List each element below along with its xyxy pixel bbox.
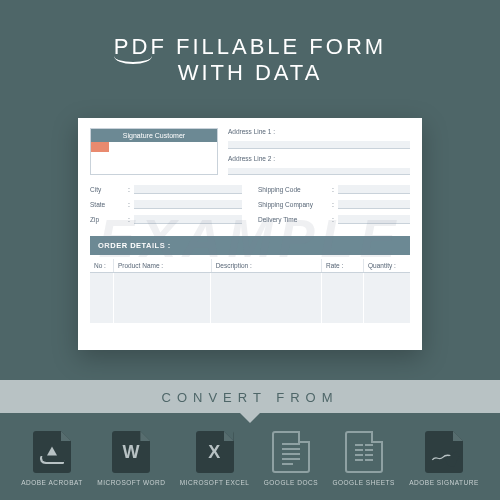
apps-row: ADOBE ACROBAT W MICROSOFT WORD X MICROSO…	[0, 413, 500, 500]
app-microsoft-excel[interactable]: X MICROSOFT EXCEL	[180, 431, 250, 486]
microsoft-word-icon: W	[112, 431, 150, 473]
convert-from-text: CONVERT FROM	[162, 390, 339, 405]
address-line-2-field: Address Line 2 :	[228, 155, 410, 162]
state-input[interactable]	[134, 200, 242, 209]
shipping-code-label: Shipping Code	[258, 186, 328, 193]
table-body[interactable]	[90, 273, 410, 323]
shipping-company-label: Shipping Company	[258, 201, 328, 208]
delivery-time-field: Delivery Time:	[258, 215, 410, 224]
adobe-signature-icon	[425, 431, 463, 473]
app-google-sheets[interactable]: GOOGLE SHEETS	[332, 431, 395, 486]
title-line-2: WITH DATA	[178, 60, 323, 85]
google-docs-icon	[272, 431, 310, 473]
address-line-1-label: Address Line 1 :	[228, 128, 288, 135]
shipping-code-input[interactable]	[338, 185, 410, 194]
app-label: GOOGLE DOCS	[264, 479, 318, 486]
app-adobe-acrobat[interactable]: ADOBE ACROBAT	[21, 431, 83, 486]
delivery-time-label: Delivery Time	[258, 216, 328, 223]
zip-input[interactable]	[134, 215, 242, 224]
col-rate: Rate :	[322, 259, 364, 272]
zip-field: Zip:	[90, 215, 242, 224]
app-label: ADOBE SIGNATURE	[409, 479, 479, 486]
shipping-code-field: Shipping Code:	[258, 185, 410, 194]
order-details-header: ORDER DETAILS :	[90, 236, 410, 255]
delivery-time-input[interactable]	[338, 215, 410, 224]
col-product: Product Name :	[114, 259, 212, 272]
col-description: Description :	[212, 259, 322, 272]
address-line-2-label: Address Line 2 :	[228, 155, 288, 162]
convert-from-label: CONVERT FROM	[0, 380, 500, 413]
signature-label: Signature Customer	[91, 129, 217, 142]
app-google-docs[interactable]: GOOGLE DOCS	[264, 431, 318, 486]
app-label: ADOBE ACROBAT	[21, 479, 83, 486]
signature-box: Signature Customer	[90, 128, 218, 175]
adobe-acrobat-icon	[33, 431, 71, 473]
title-line-1: PDF FILLABLE FORM	[114, 34, 386, 60]
google-sheets-icon	[345, 431, 383, 473]
state-field: State:	[90, 200, 242, 209]
col-no: No :	[90, 259, 114, 272]
app-label: MICROSOFT WORD	[97, 479, 165, 486]
form-preview: EXAMPLE Signature Customer Address Line …	[78, 118, 422, 350]
city-input[interactable]	[134, 185, 242, 194]
col-quantity: Quantity :	[364, 259, 410, 272]
signature-tab-icon	[91, 142, 109, 152]
state-label: State	[90, 201, 124, 208]
shipping-company-field: Shipping Company:	[258, 200, 410, 209]
app-microsoft-word[interactable]: W MICROSOFT WORD	[97, 431, 165, 486]
page-title: PDF FILLABLE FORM WITH DATA	[0, 0, 500, 87]
pointer-icon	[240, 413, 260, 423]
address-line-1-input[interactable]	[228, 141, 410, 149]
bottom-band: CONVERT FROM ADOBE ACROBAT W MICROSOFT W…	[0, 380, 500, 500]
app-adobe-signature[interactable]: ADOBE SIGNATURE	[409, 431, 479, 486]
zip-label: Zip	[90, 216, 124, 223]
app-label: MICROSOFT EXCEL	[180, 479, 250, 486]
app-label: GOOGLE SHEETS	[332, 479, 395, 486]
microsoft-excel-icon: X	[196, 431, 234, 473]
city-label: City	[90, 186, 124, 193]
address-line-1-field: Address Line 1 :	[228, 128, 410, 135]
city-field: City:	[90, 185, 242, 194]
address-line-2-input[interactable]	[228, 168, 410, 176]
table-header: No : Product Name : Description : Rate :…	[90, 259, 410, 273]
shipping-company-input[interactable]	[338, 200, 410, 209]
